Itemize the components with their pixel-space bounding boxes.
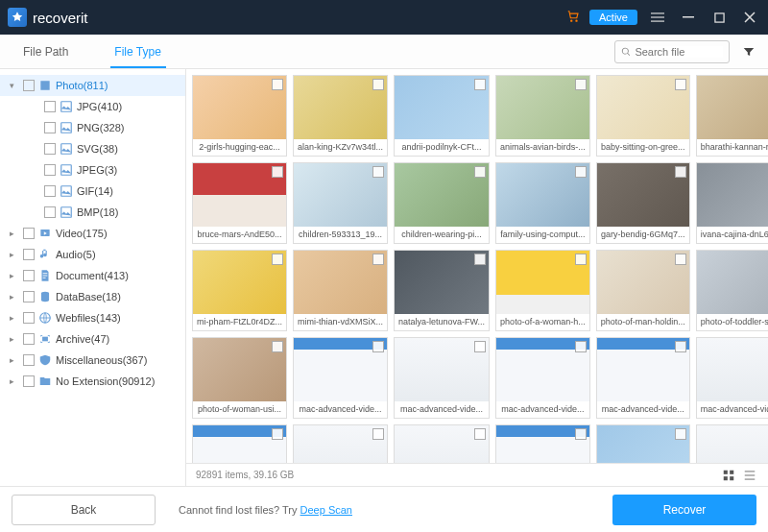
thumbnail[interactable] <box>495 424 590 463</box>
tree-item-photo[interactable]: ▾ Photo(811) <box>0 75 185 96</box>
checkbox[interactable] <box>44 101 56 112</box>
minimize-button[interactable] <box>678 7 699 28</box>
chevron-right-icon[interactable]: ▸ <box>10 292 19 302</box>
cart-icon[interactable] <box>566 10 580 26</box>
checkbox[interactable] <box>272 166 283 178</box>
checkbox[interactable] <box>575 254 587 265</box>
thumbnail[interactable]: mimi-thian-vdXMSiX... <box>293 250 388 331</box>
checkbox[interactable] <box>23 291 35 302</box>
tree-item-child[interactable]: JPEG(3) <box>0 159 185 181</box>
thumbnail[interactable]: mac-advanced-vide... <box>293 337 388 419</box>
checkbox[interactable] <box>44 143 56 155</box>
checkbox[interactable] <box>675 341 686 352</box>
checkbox[interactable] <box>272 341 283 352</box>
chevron-right-icon[interactable]: ▸ <box>10 229 19 238</box>
checkbox[interactable] <box>44 206 56 218</box>
checkbox[interactable] <box>23 228 35 239</box>
thumbnail[interactable]: alan-king-KZv7w34tl... <box>293 75 388 157</box>
thumbnail[interactable]: ivana-cajina-dnL6Zl... <box>696 162 768 244</box>
maximize-button[interactable] <box>708 7 730 28</box>
checkbox[interactable] <box>372 428 384 440</box>
deep-scan-link[interactable]: Deep Scan <box>300 504 352 516</box>
checkbox[interactable] <box>474 254 486 265</box>
thumbnail[interactable]: 2-girls-hugging-eac... <box>192 75 287 157</box>
checkbox[interactable] <box>575 428 587 440</box>
checkbox[interactable] <box>23 249 35 260</box>
thumbnail[interactable]: mac-advanced-vide... <box>696 337 768 419</box>
tree-item-child[interactable]: SVG(38) <box>0 138 185 159</box>
checkbox[interactable] <box>474 79 486 90</box>
thumbnail[interactable] <box>596 424 690 463</box>
thumbnail[interactable]: children-593313_19... <box>293 162 388 244</box>
thumbnail[interactable]: photo-of-woman-usi... <box>192 337 287 419</box>
checkbox[interactable] <box>675 254 686 265</box>
checkbox[interactable] <box>675 79 686 90</box>
checkbox[interactable] <box>675 166 686 178</box>
checkbox[interactable] <box>575 79 587 90</box>
search-input[interactable] <box>635 46 723 58</box>
sidebar[interactable]: ▾ Photo(811) JPG(410)PNG(328)SVG(38)JPEG… <box>0 69 186 486</box>
thumbnail[interactable]: bharathi-kannan-rfL... <box>696 75 768 157</box>
checkbox[interactable] <box>23 333 35 345</box>
active-badge[interactable]: Active <box>589 10 637 25</box>
thumbnail[interactable]: mac-advanced-vide... <box>394 337 490 419</box>
checkbox[interactable] <box>23 354 35 366</box>
thumbnail[interactable]: bruce-mars-AndE50... <box>192 162 287 244</box>
tree-item[interactable]: ▸No Extension(90912) <box>0 371 185 392</box>
thumbnail[interactable]: photo-of-toddler-sm... <box>696 250 768 331</box>
chevron-right-icon[interactable]: ▸ <box>10 334 19 344</box>
thumbnail[interactable]: mac-advanced-vide... <box>596 337 690 419</box>
checkbox[interactable] <box>23 80 35 91</box>
checkbox[interactable] <box>23 270 35 281</box>
back-button[interactable]: Back <box>12 495 156 525</box>
tab-file-path[interactable]: File Path <box>0 35 91 68</box>
thumbnail[interactable]: mac-advanced-vide... <box>495 337 590 419</box>
tree-item-child[interactable]: BMP(18) <box>0 202 185 223</box>
thumbnail[interactable]: photo-of-a-woman-h... <box>495 250 590 331</box>
tree-item[interactable]: ▸Archive(47) <box>0 328 185 350</box>
view-grid-button[interactable] <box>720 467 737 484</box>
thumbnail[interactable] <box>394 424 490 463</box>
checkbox[interactable] <box>372 166 384 178</box>
view-list-button[interactable] <box>741 467 758 484</box>
thumbnail[interactable]: andrii-podilnyk-CFt... <box>394 75 490 157</box>
chevron-right-icon[interactable]: ▸ <box>10 271 19 280</box>
checkbox[interactable] <box>372 79 384 90</box>
thumbnail[interactable] <box>696 424 768 463</box>
chevron-right-icon[interactable]: ▸ <box>10 250 19 259</box>
checkbox[interactable] <box>44 164 56 176</box>
checkbox[interactable] <box>23 375 35 387</box>
thumbnail[interactable]: natalya-letunova-FW... <box>394 250 490 331</box>
recover-button[interactable]: Recover <box>612 495 756 525</box>
checkbox[interactable] <box>272 254 283 265</box>
thumbnail[interactable]: animals-avian-birds-... <box>495 75 590 157</box>
search-box[interactable] <box>614 40 730 63</box>
thumbnail[interactable]: mi-pham-FtZL0r4DZ... <box>192 250 287 331</box>
chevron-right-icon[interactable]: ▸ <box>10 376 19 386</box>
thumbnail[interactable] <box>293 424 388 463</box>
thumbnail[interactable]: photo-of-man-holdin... <box>596 250 690 331</box>
tree-item[interactable]: ▸Miscellaneous(367) <box>0 350 185 371</box>
thumbnail-grid[interactable]: 2-girls-hugging-eac...alan-king-KZv7w34t… <box>186 69 768 463</box>
checkbox[interactable] <box>575 166 587 178</box>
checkbox[interactable] <box>675 428 686 440</box>
tree-item[interactable]: ▸Audio(5) <box>0 244 185 265</box>
checkbox[interactable] <box>474 341 486 352</box>
tree-item[interactable]: ▸DataBase(18) <box>0 286 185 307</box>
tree-item[interactable]: ▸Video(175) <box>0 223 185 244</box>
thumbnail[interactable]: children-wearing-pi... <box>394 162 490 244</box>
chevron-down-icon[interactable]: ▾ <box>10 81 19 90</box>
checkbox[interactable] <box>272 79 283 90</box>
thumbnail[interactable]: baby-sitting-on-gree... <box>596 75 690 157</box>
checkbox[interactable] <box>575 341 587 352</box>
menu-button[interactable] <box>647 7 668 28</box>
checkbox[interactable] <box>474 428 486 440</box>
checkbox[interactable] <box>44 185 56 197</box>
tree-item-child[interactable]: GIF(14) <box>0 181 185 202</box>
tree-item[interactable]: ▸Webfiles(143) <box>0 307 185 328</box>
thumbnail[interactable] <box>192 424 287 463</box>
tab-file-type[interactable]: File Type <box>91 35 183 68</box>
tree-item-child[interactable]: PNG(328) <box>0 117 185 138</box>
thumbnail[interactable]: gary-bendig-6GMq7... <box>596 162 690 244</box>
close-button[interactable] <box>739 7 760 28</box>
